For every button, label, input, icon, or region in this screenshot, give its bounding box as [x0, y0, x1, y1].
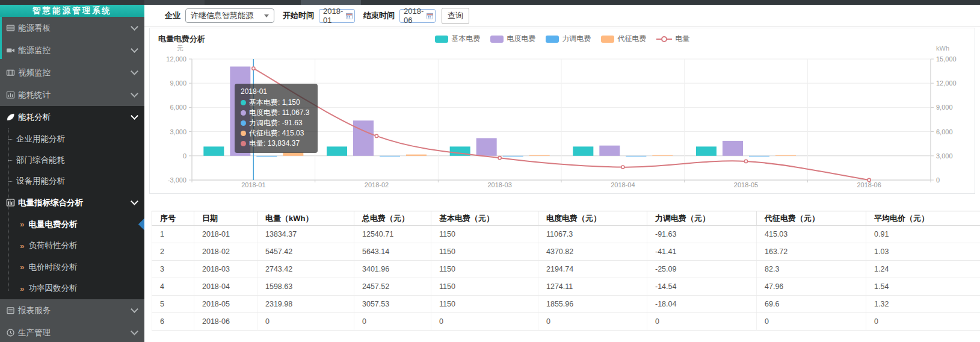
table-cell: 2319.98 [257, 296, 354, 313]
legend-swatch [490, 36, 504, 43]
table-header-cell: 总电费（元） [354, 211, 431, 226]
tab-segment[interactable] [205, 0, 301, 5]
bar-力调电费[interactable] [503, 156, 523, 157]
bar-力调电费[interactable] [380, 156, 400, 157]
legend-label: 基本电费 [452, 34, 481, 44]
chevron-down-icon [131, 45, 138, 53]
line-point[interactable] [621, 166, 624, 169]
table-cell: 0 [647, 313, 757, 331]
bar-电度电费[interactable] [353, 120, 374, 156]
legend-item[interactable]: 电度电费 [490, 34, 536, 44]
end-date-value: 2018-06 [404, 7, 427, 25]
sidebar-item[interactable]: »功率因数分析 [0, 278, 144, 300]
table-cell: 5 [152, 296, 194, 313]
table-cell: -14.54 [647, 278, 757, 296]
app-title: 智慧能源管理系统 [0, 5, 144, 17]
company-select-value: 许继信息智慧能源 [191, 10, 253, 21]
left-axis-tick: 6,000 [170, 104, 186, 111]
bar-力调电费[interactable] [626, 156, 646, 157]
line-point[interactable] [498, 157, 501, 160]
sidebar-menu: 能源看板能源监控视频监控能耗统计能耗分析企业用能分析部门综合能耗设备用能分析电量… [0, 17, 144, 342]
table-header-cell: 电度电费（元） [538, 211, 647, 226]
camera-icon [6, 46, 15, 55]
sidebar-item[interactable]: 企业用能分析 [0, 128, 144, 149]
table-cell: 0 [538, 313, 647, 331]
table-cell: 163.72 [757, 243, 866, 261]
bar-line-chart[interactable]: 12,00015,0009,00012,0006,0009,0003,0006,… [150, 28, 975, 193]
table-row: 22018-025457.425643.1411504370.82-41.411… [152, 243, 980, 261]
double-arrow-marker: » [20, 263, 25, 272]
table-cell: 1150 [431, 278, 538, 296]
clock-icon [6, 328, 15, 337]
left-axis-tick: 9,000 [170, 79, 186, 87]
bar-电度电费[interactable] [599, 146, 620, 156]
bar-基本电费[interactable] [327, 146, 347, 155]
bar-基本电费[interactable] [573, 146, 593, 155]
bar-基本电费[interactable] [696, 146, 717, 155]
legend-item[interactable]: 电量 [656, 34, 690, 44]
bar-力调电费[interactable] [256, 156, 277, 157]
sidebar-item[interactable]: 设备用能分析 [0, 170, 144, 191]
table-cell: 2 [152, 243, 194, 261]
table-cell: 1.32 [866, 296, 980, 313]
chevron-down-icon [131, 23, 138, 31]
line-point[interactable] [375, 134, 378, 137]
bar-代征电费[interactable] [283, 152, 303, 156]
bar-电度电费[interactable] [476, 138, 497, 155]
bar-基本电费[interactable] [203, 146, 224, 155]
sidebar-item[interactable]: 能源监控 [0, 39, 144, 61]
table-cell: 0 [866, 313, 980, 331]
line-point[interactable] [744, 160, 747, 163]
bar-电度电费[interactable] [230, 67, 250, 156]
right-axis-name: kWh [936, 45, 949, 52]
legend-item[interactable]: 代征电费 [601, 34, 647, 44]
calendar-icon[interactable] [427, 13, 433, 19]
line-point[interactable] [252, 67, 255, 70]
sidebar-item-label: 设备用能分析 [16, 176, 65, 187]
sidebar-item-label: 企业用能分析 [16, 134, 65, 145]
sidebar-item[interactable]: »电价时段分析 [0, 256, 144, 278]
double-arrow-marker: » [20, 284, 25, 293]
end-date-input[interactable]: 2018-06 [399, 9, 436, 23]
line-point[interactable] [868, 178, 871, 181]
sidebar-item[interactable]: 能耗分析 [0, 106, 144, 128]
sidebar-item[interactable]: 能源看板 [0, 17, 144, 39]
bar-代征电费[interactable] [652, 155, 673, 156]
tab-segment-active[interactable] [301, 0, 361, 5]
bar-代征电费[interactable] [529, 155, 550, 156]
page: { "app_title": "智慧能源管理系统", "colors": { "… [0, 0, 980, 342]
table-cell: 3057.53 [354, 296, 431, 313]
data-table: 序号日期电量（kWh）总电费（元）基本电费（元）电度电费（元）力调电费（元）代征… [152, 211, 980, 331]
sidebar-item[interactable]: 能耗统计 [0, 84, 144, 106]
table-cell: 2743.42 [257, 261, 354, 278]
tab-segment[interactable] [144, 0, 205, 5]
start-date-input[interactable]: 2018-01 [319, 9, 355, 23]
sidebar-item-label: 电量指标综合分析 [18, 197, 83, 208]
sidebar-item[interactable]: 报表服务 [0, 299, 144, 322]
browser-tab-strip [0, 0, 980, 5]
sidebar-item[interactable]: »负荷特性分析 [0, 235, 144, 257]
legend-item[interactable]: 力调电费 [546, 34, 591, 44]
bar-代征电费[interactable] [775, 155, 796, 156]
legend-swatch [601, 36, 614, 43]
search-button[interactable]: 查询 [442, 8, 469, 24]
table-cell: 2018-05 [194, 296, 257, 313]
legend-item[interactable]: 基本电费 [435, 34, 481, 44]
bar-电度电费[interactable] [723, 141, 743, 156]
table-cell: 12540.71 [354, 226, 431, 243]
double-arrow-marker: » [20, 241, 25, 250]
sidebar-item[interactable]: »电量电费分析 [0, 214, 144, 235]
bar-力调电费[interactable] [749, 156, 769, 157]
sidebar-item[interactable]: 电量指标综合分析 [0, 191, 144, 214]
company-select[interactable]: 许继信息智慧能源 [185, 8, 274, 23]
sidebar-item[interactable]: 视频监控 [0, 61, 144, 84]
table-header-cell: 序号 [152, 211, 194, 226]
table-cell: 2457.52 [354, 278, 431, 296]
sidebar-item[interactable]: 生产管理 [0, 322, 144, 342]
legend-swatch [435, 36, 448, 43]
table-cell: 415.03 [757, 226, 866, 243]
chart-legend: 基本电费电度电费力调电费代征电费电量 [150, 34, 975, 44]
bar-代征电费[interactable] [406, 155, 427, 156]
calendar-icon[interactable] [346, 13, 353, 19]
sidebar-item[interactable]: 部门综合能耗 [0, 149, 144, 170]
